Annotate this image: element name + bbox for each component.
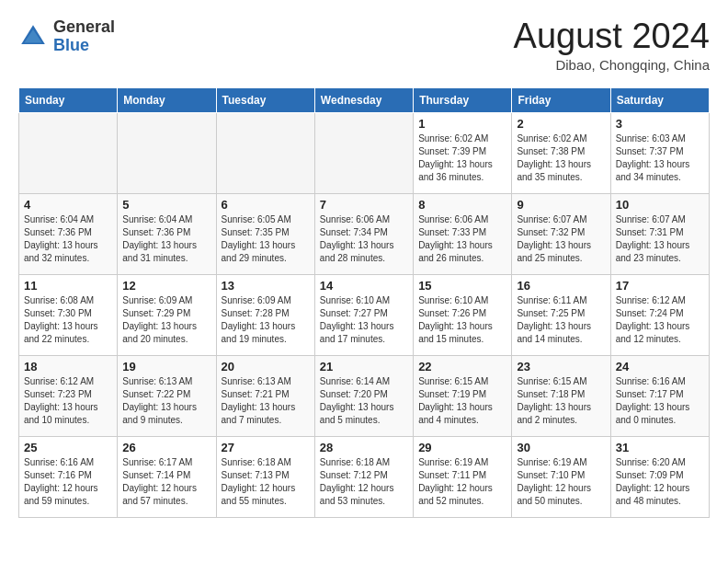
week-row-3: 11Sunrise: 6:08 AM Sunset: 7:30 PM Dayli… [19, 275, 710, 356]
title-block: August 2024 Dibao, Chongqing, China [514, 18, 710, 73]
day-info: Sunrise: 6:09 AM Sunset: 7:28 PM Dayligh… [222, 294, 310, 346]
day-number: 9 [517, 198, 605, 212]
day-info: Sunrise: 6:03 AM Sunset: 7:37 PM Dayligh… [616, 132, 704, 184]
day-info: Sunrise: 6:10 AM Sunset: 7:26 PM Dayligh… [418, 294, 506, 346]
day-number: 17 [616, 279, 704, 293]
day-info: Sunrise: 6:10 AM Sunset: 7:27 PM Dayligh… [320, 294, 408, 346]
day-cell-30: 30Sunrise: 6:19 AM Sunset: 7:10 PM Dayli… [512, 437, 610, 518]
day-cell-4: 4Sunrise: 6:04 AM Sunset: 7:36 PM Daylig… [19, 194, 118, 275]
day-number: 19 [122, 360, 210, 373]
day-cell-13: 13Sunrise: 6:09 AM Sunset: 7:28 PM Dayli… [216, 275, 314, 356]
day-info: Sunrise: 6:19 AM Sunset: 7:11 PM Dayligh… [418, 456, 506, 508]
day-number: 29 [418, 441, 506, 454]
day-info: Sunrise: 6:06 AM Sunset: 7:34 PM Dayligh… [320, 213, 408, 265]
day-cell-17: 17Sunrise: 6:12 AM Sunset: 7:24 PM Dayli… [610, 275, 709, 356]
logo-general-text: General [53, 18, 115, 37]
day-info: Sunrise: 6:16 AM Sunset: 7:17 PM Dayligh… [616, 375, 704, 427]
weekday-header-sunday: Sunday [19, 88, 118, 113]
weekday-header-wednesday: Wednesday [314, 88, 413, 113]
day-number: 5 [122, 198, 210, 212]
day-info: Sunrise: 6:19 AM Sunset: 7:10 PM Dayligh… [517, 456, 605, 508]
day-cell-15: 15Sunrise: 6:10 AM Sunset: 7:26 PM Dayli… [414, 275, 512, 356]
day-number: 13 [222, 279, 310, 293]
day-number: 3 [616, 117, 704, 131]
day-info: Sunrise: 6:13 AM Sunset: 7:22 PM Dayligh… [122, 375, 210, 427]
logo-blue-text: Blue [53, 37, 115, 55]
day-info: Sunrise: 6:08 AM Sunset: 7:30 PM Dayligh… [24, 294, 112, 346]
day-info: Sunrise: 6:13 AM Sunset: 7:21 PM Dayligh… [222, 375, 310, 427]
day-cell-7: 7Sunrise: 6:06 AM Sunset: 7:34 PM Daylig… [314, 194, 413, 275]
day-cell-28: 28Sunrise: 6:18 AM Sunset: 7:12 PM Dayli… [314, 437, 413, 518]
day-number: 15 [418, 279, 506, 293]
day-number: 30 [517, 441, 605, 454]
day-number: 12 [122, 279, 210, 293]
day-number: 28 [320, 441, 408, 454]
day-cell-3: 3Sunrise: 6:03 AM Sunset: 7:37 PM Daylig… [610, 113, 709, 194]
day-cell-26: 26Sunrise: 6:17 AM Sunset: 7:14 PM Dayli… [118, 437, 216, 518]
day-number: 24 [616, 360, 704, 373]
day-cell-23: 23Sunrise: 6:15 AM Sunset: 7:18 PM Dayli… [512, 356, 610, 437]
day-info: Sunrise: 6:17 AM Sunset: 7:14 PM Dayligh… [122, 456, 210, 508]
day-number: 20 [222, 360, 310, 373]
day-info: Sunrise: 6:04 AM Sunset: 7:36 PM Dayligh… [24, 213, 112, 265]
empty-cell [216, 113, 314, 194]
day-cell-21: 21Sunrise: 6:14 AM Sunset: 7:20 PM Dayli… [314, 356, 413, 437]
day-number: 14 [320, 279, 408, 293]
day-info: Sunrise: 6:04 AM Sunset: 7:36 PM Dayligh… [122, 213, 210, 265]
weekday-header-saturday: Saturday [610, 88, 709, 113]
weekday-header-friday: Friday [512, 88, 610, 113]
empty-cell [118, 113, 216, 194]
day-number: 2 [517, 117, 605, 131]
day-cell-8: 8Sunrise: 6:06 AM Sunset: 7:33 PM Daylig… [414, 194, 512, 275]
day-info: Sunrise: 6:02 AM Sunset: 7:38 PM Dayligh… [517, 132, 605, 184]
day-info: Sunrise: 6:15 AM Sunset: 7:19 PM Dayligh… [418, 375, 506, 427]
day-info: Sunrise: 6:06 AM Sunset: 7:33 PM Dayligh… [418, 213, 506, 265]
day-number: 23 [517, 360, 605, 373]
day-cell-16: 16Sunrise: 6:11 AM Sunset: 7:25 PM Dayli… [512, 275, 610, 356]
month-year-title: August 2024 [514, 18, 710, 53]
day-info: Sunrise: 6:02 AM Sunset: 7:39 PM Dayligh… [418, 132, 506, 184]
day-cell-6: 6Sunrise: 6:05 AM Sunset: 7:35 PM Daylig… [216, 194, 314, 275]
logo: General Blue [18, 18, 115, 55]
day-info: Sunrise: 6:12 AM Sunset: 7:23 PM Dayligh… [24, 375, 112, 427]
day-info: Sunrise: 6:11 AM Sunset: 7:25 PM Dayligh… [517, 294, 605, 346]
day-cell-2: 2Sunrise: 6:02 AM Sunset: 7:38 PM Daylig… [512, 113, 610, 194]
day-info: Sunrise: 6:07 AM Sunset: 7:31 PM Dayligh… [616, 213, 704, 265]
day-number: 25 [24, 441, 112, 454]
day-info: Sunrise: 6:20 AM Sunset: 7:09 PM Dayligh… [616, 456, 704, 508]
day-info: Sunrise: 6:07 AM Sunset: 7:32 PM Dayligh… [517, 213, 605, 265]
day-cell-5: 5Sunrise: 6:04 AM Sunset: 7:36 PM Daylig… [118, 194, 216, 275]
day-cell-9: 9Sunrise: 6:07 AM Sunset: 7:32 PM Daylig… [512, 194, 610, 275]
location-subtitle: Dibao, Chongqing, China [514, 57, 710, 73]
day-number: 4 [24, 198, 112, 212]
day-number: 22 [418, 360, 506, 373]
day-cell-31: 31Sunrise: 6:20 AM Sunset: 7:09 PM Dayli… [610, 437, 709, 518]
day-cell-29: 29Sunrise: 6:19 AM Sunset: 7:11 PM Dayli… [414, 437, 512, 518]
day-info: Sunrise: 6:15 AM Sunset: 7:18 PM Dayligh… [517, 375, 605, 427]
day-number: 10 [616, 198, 704, 212]
day-number: 6 [222, 198, 310, 212]
day-info: Sunrise: 6:18 AM Sunset: 7:13 PM Dayligh… [222, 456, 310, 508]
day-cell-10: 10Sunrise: 6:07 AM Sunset: 7:31 PM Dayli… [610, 194, 709, 275]
day-info: Sunrise: 6:09 AM Sunset: 7:29 PM Dayligh… [122, 294, 210, 346]
day-number: 27 [222, 441, 310, 454]
day-number: 7 [320, 198, 408, 212]
day-number: 18 [24, 360, 112, 373]
day-cell-18: 18Sunrise: 6:12 AM Sunset: 7:23 PM Dayli… [19, 356, 118, 437]
day-cell-22: 22Sunrise: 6:15 AM Sunset: 7:19 PM Dayli… [414, 356, 512, 437]
weekday-header-tuesday: Tuesday [216, 88, 314, 113]
day-cell-20: 20Sunrise: 6:13 AM Sunset: 7:21 PM Dayli… [216, 356, 314, 437]
day-number: 16 [517, 279, 605, 293]
day-cell-27: 27Sunrise: 6:18 AM Sunset: 7:13 PM Dayli… [216, 437, 314, 518]
day-info: Sunrise: 6:16 AM Sunset: 7:16 PM Dayligh… [24, 456, 112, 508]
page-header: General Blue August 2024 Dibao, Chongqin… [18, 18, 710, 73]
day-number: 11 [24, 279, 112, 293]
weekday-header-monday: Monday [118, 88, 216, 113]
day-number: 21 [320, 360, 408, 373]
day-number: 8 [418, 198, 506, 212]
day-info: Sunrise: 6:12 AM Sunset: 7:24 PM Dayligh… [616, 294, 704, 346]
day-cell-11: 11Sunrise: 6:08 AM Sunset: 7:30 PM Dayli… [19, 275, 118, 356]
day-info: Sunrise: 6:14 AM Sunset: 7:20 PM Dayligh… [320, 375, 408, 427]
weekday-header-thursday: Thursday [414, 88, 512, 113]
empty-cell [314, 113, 413, 194]
